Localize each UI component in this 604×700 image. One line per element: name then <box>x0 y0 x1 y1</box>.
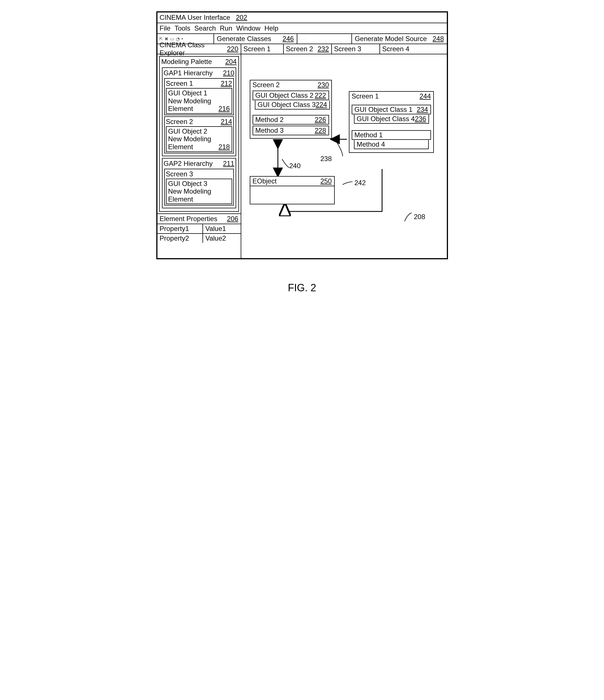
gap2-screen3-inner[interactable]: GUI Object 3 New Modeling Element <box>166 179 232 204</box>
ref-236: 236 <box>415 115 426 123</box>
menu-bar: File Tools Search Run Window Help <box>158 23 447 34</box>
uml-slot[interactable]: GUI Object Class 1 234 <box>352 105 431 114</box>
app-title: CINEMA User Interface <box>160 14 230 21</box>
gap1-screen2[interactable]: Screen 2 214 GUI Object 2 New Modeling E… <box>164 116 234 153</box>
ref-211: 211 <box>223 160 234 168</box>
gap1-title: GAP1 Hierarchy <box>164 69 213 77</box>
uml-slot[interactable]: Method 4 <box>352 140 431 149</box>
slot-label: GUI Object Class 3 <box>258 101 316 109</box>
slot-label: GUI Object Class 1 <box>355 106 413 114</box>
uml-slot[interactable]: GUI Object Class 3 224 <box>252 100 329 110</box>
property-row: Property2 Value2 <box>158 234 241 243</box>
gap2-hierarchy: GAP2 Hierarchy 211 Screen 3 GUI Object 3… <box>162 158 236 208</box>
ref-204: 204 <box>225 58 237 66</box>
ref-238: 238 <box>320 155 332 163</box>
uml-screen1-title: Screen 1 <box>352 92 379 100</box>
uml-slot[interactable]: Method 3 228 <box>252 126 329 135</box>
gap1-screen1-name: Screen 1 <box>166 79 193 88</box>
tab-row: CINEMA Class Explorer 220 Screen 1 Scree… <box>158 44 447 54</box>
gap2-s3-line3: Element <box>168 195 211 203</box>
tool-icon[interactable]: ⇱ <box>159 36 163 42</box>
slot-label: Method 2 <box>256 116 284 124</box>
slot-label: Method 3 <box>256 127 284 134</box>
generate-model-source-button[interactable]: Generate Model Source 248 <box>352 34 447 44</box>
body: Modeling Palette 204 GAP1 Hierarchy 210 … <box>158 54 447 258</box>
gap1-screen1[interactable]: Screen 1 212 GUI Object 1 New Modeling E… <box>164 78 234 115</box>
canvas[interactable]: Screen 2 230 GUI Object Class 2 222 GUI … <box>241 54 447 258</box>
tab-screen1-label: Screen 1 <box>243 45 271 53</box>
ref-242: 242 <box>355 179 366 187</box>
modeling-palette-title: Modeling Palette <box>162 58 212 66</box>
menu-file[interactable]: File <box>160 24 171 32</box>
ref-248: 248 <box>432 35 444 43</box>
menu-window[interactable]: Window <box>236 24 260 32</box>
tab-screen4-label: Screen 4 <box>382 45 409 53</box>
element-properties-header: Element Properties 206 <box>158 214 241 224</box>
gap1-s1-line2: New Modeling <box>168 97 211 105</box>
property-row: Property1 Value1 <box>158 224 241 234</box>
gap1-screen2-name: Screen 2 <box>166 118 193 126</box>
gap1-hierarchy: GAP1 Hierarchy 210 Screen 1 212 GUI Obje… <box>162 67 236 156</box>
ref-234: 234 <box>416 106 428 114</box>
ref-216: 216 <box>218 105 229 112</box>
tool-icon[interactable]: ▪ <box>182 36 183 41</box>
uml-slot[interactable]: GUI Object Class 2 222 <box>252 91 329 100</box>
menu-help[interactable]: Help <box>264 24 279 32</box>
ref-244: 244 <box>419 92 431 100</box>
uml-slot[interactable]: Method 1 <box>352 130 431 140</box>
uml-screen1[interactable]: Screen 1 244 GUI Object Class 1 234 GUI … <box>349 91 434 153</box>
ref-250: 250 <box>320 177 332 185</box>
tab-screen2-label: Screen 2 <box>286 45 313 53</box>
element-properties-title: Element Properties <box>160 215 217 223</box>
gap2-title: GAP2 Hierarchy <box>164 160 213 168</box>
gap1-s1-line3: Element <box>168 105 211 112</box>
slot-label: Method 1 <box>355 131 383 139</box>
ref-232: 232 <box>317 45 329 53</box>
tab-screen3-label: Screen 3 <box>334 45 361 53</box>
slot-label: GUI Object Class 2 <box>256 92 313 99</box>
slot-label: GUI Object Class 4 <box>357 115 415 123</box>
tab-screen1[interactable]: Screen 1 <box>241 44 284 54</box>
uml-screen2-title: Screen 2 <box>252 81 280 89</box>
ref-222: 222 <box>315 92 326 99</box>
tab-screen3[interactable]: Screen 3 <box>332 44 380 54</box>
ref-224: 224 <box>316 101 327 109</box>
gap1-s1-line1: GUI Object 1 <box>168 89 211 97</box>
ref-220: 220 <box>227 45 238 53</box>
property-value[interactable]: Value2 <box>203 234 240 243</box>
ref-218: 218 <box>218 143 229 151</box>
tool-icon[interactable]: ◔ <box>176 36 180 42</box>
generate-classes-label: Generate Classes <box>217 35 271 43</box>
app-window: CINEMA User Interface 202 File Tools Sea… <box>156 11 448 259</box>
menu-run[interactable]: Run <box>220 24 232 32</box>
tab-explorer[interactable]: CINEMA Class Explorer 220 <box>158 44 241 54</box>
tab-screen2[interactable]: Screen 2 232 <box>284 44 332 54</box>
gap2-screen3[interactable]: Screen 3 GUI Object 3 New Modeling Eleme… <box>164 169 234 206</box>
tab-screen4[interactable]: Screen 4 <box>380 44 447 54</box>
ref-214: 214 <box>221 118 232 126</box>
uml-screen2[interactable]: Screen 2 230 GUI Object Class 2 222 GUI … <box>250 80 332 139</box>
ref-226: 226 <box>315 116 326 124</box>
gap1-screen2-inner[interactable]: GUI Object 2 New Modeling Element 218 <box>166 126 232 152</box>
tool-icon[interactable]: ▭ <box>170 36 174 42</box>
gap2-s3-line1: GUI Object 3 <box>168 180 211 188</box>
ref-228: 228 <box>315 127 326 134</box>
uml-slot[interactable]: GUI Object Class 4 236 <box>352 114 431 124</box>
uml-slot[interactable]: Method 2 226 <box>252 115 329 125</box>
menu-tools[interactable]: Tools <box>174 24 190 32</box>
toolbar-spacer: · · · · <box>297 34 352 44</box>
title-bar: CINEMA User Interface 202 <box>158 12 447 23</box>
ref-210: 210 <box>223 69 234 77</box>
slot-label: Method 4 <box>357 141 385 148</box>
ref-206: 206 <box>227 215 238 223</box>
menu-search[interactable]: Search <box>194 24 216 32</box>
ref-202: 202 <box>236 14 247 21</box>
uml-eobject[interactable]: EObject 250 <box>250 176 335 204</box>
tool-icon[interactable]: ✖ <box>165 36 168 42</box>
ref-240: 240 <box>289 162 301 170</box>
generate-classes-button[interactable]: Generate Classes 246 <box>214 34 297 44</box>
property-value[interactable]: Value1 <box>203 224 240 233</box>
gap1-s2-line2: New Modeling <box>168 135 211 143</box>
gap1-screen1-inner[interactable]: GUI Object 1 New Modeling Element 216 <box>166 88 232 114</box>
uml-eobject-title: EObject <box>252 177 277 185</box>
